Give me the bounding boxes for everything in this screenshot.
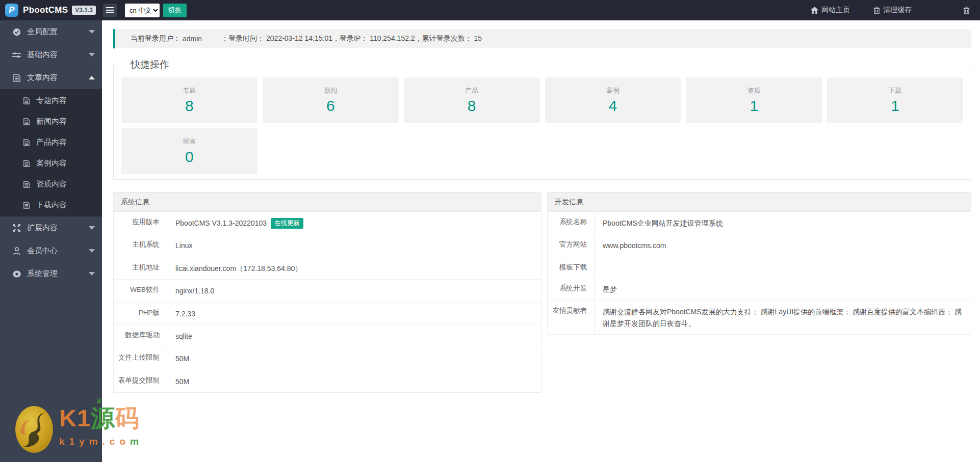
login-info-bar: 当前登录用户： admin ：登录时间： 2022-03-12 14:15:01… bbox=[113, 29, 971, 48]
hamburger-menu-icon[interactable] bbox=[103, 4, 117, 17]
table-row: WEB软件 nginx/1.18.0 bbox=[114, 280, 541, 302]
sidebar-subitem-label: 下载内容 bbox=[36, 200, 67, 210]
trash-icon-button[interactable] bbox=[963, 7, 970, 14]
sidebar-item-label: 会员中心 bbox=[27, 246, 58, 256]
clear-cache-label: 清理缓存 bbox=[883, 6, 912, 15]
table-row: 应用版本 PbootCMS V3.1.3-20220103 在线更新 bbox=[114, 212, 541, 234]
sidebar-subitem-download[interactable]: 下载内容 bbox=[0, 195, 102, 215]
language-select[interactable]: cn 中文 bbox=[125, 4, 160, 17]
card-count: 0 bbox=[121, 148, 257, 166]
version-badge: V3.1.3 bbox=[72, 6, 96, 15]
quick-action-cards: 专题 8 新闻 6 产品 8 案例 4 资质 1 下载 1 bbox=[121, 77, 963, 174]
sidebar-item-extend-content[interactable]: 扩展内容 bbox=[0, 216, 102, 239]
login-details: ：登录时间： 2022-03-12 14:15:01，登录IP： 110.254… bbox=[221, 34, 482, 43]
card-count: 1 bbox=[686, 97, 822, 115]
quick-actions-panel: 快捷操作 专题 8 新闻 6 产品 8 案例 4 资质 1 bbox=[113, 58, 971, 180]
table-row: 模板下载 bbox=[548, 257, 971, 278]
table-row: 官方网站 www.pbootcms.com bbox=[548, 234, 971, 257]
topbar: P PbootCMS V3.1.3 cn 中文 切换 网站主页 清理缓存 bbox=[0, 0, 980, 20]
row-label: WEB软件 bbox=[114, 280, 167, 302]
watermark-domain: k1ym.com bbox=[59, 436, 143, 447]
sidebar-item-article-content[interactable]: 文章内容 bbox=[0, 66, 102, 89]
file-text-icon bbox=[22, 139, 30, 146]
table-row: 友情贡献者 感谢交流群各网友对PbootCMS发展的大力支持； 感谢LayUI提… bbox=[548, 301, 971, 334]
sidebar-subitem-topic[interactable]: 专题内容 bbox=[0, 90, 102, 111]
sidebar-subitem-certificate[interactable]: 资质内容 bbox=[0, 174, 102, 195]
sidebar-subitem-product[interactable]: 产品内容 bbox=[0, 132, 102, 153]
language-switch-button[interactable]: 切换 bbox=[163, 4, 187, 17]
sidebar-subitem-news[interactable]: 新闻内容 bbox=[0, 111, 102, 132]
k1ym-logo-icon bbox=[14, 405, 54, 454]
sidebar-item-system-manage[interactable]: 系统管理 bbox=[0, 262, 102, 285]
table-row: 表单提交限制 50M bbox=[114, 370, 541, 392]
sidebar-item-label: 文章内容 bbox=[27, 73, 58, 83]
sliders-icon bbox=[12, 51, 21, 59]
chevron-down-icon bbox=[89, 272, 95, 276]
dev-info-table: 开发信息 系统名称 PbootCMS企业网站开发建设管理系统 官方网站 www.… bbox=[547, 192, 971, 335]
table-row: 主机地址 licai.xiandouer.com（172.18.53.64:80… bbox=[114, 257, 541, 280]
watermark-title: K1源码 bbox=[59, 405, 143, 431]
row-label: 表单提交限制 bbox=[114, 370, 167, 392]
article-content-submenu: 专题内容 新闻内容 产品内容 案例内容 资质内容 bbox=[0, 89, 102, 216]
online-update-button[interactable]: 在线更新 bbox=[271, 218, 303, 229]
row-value bbox=[595, 257, 971, 278]
table-row: 数据库驱动 sqlite bbox=[114, 325, 541, 347]
file-text-icon bbox=[12, 74, 21, 82]
row-value: 50M bbox=[167, 347, 541, 369]
card-news[interactable]: 新闻 6 bbox=[263, 77, 399, 123]
row-value: www.pbootcms.com bbox=[595, 234, 971, 256]
row-label: 友情贡献者 bbox=[548, 301, 595, 334]
sidebar-item-label: 基础内容 bbox=[27, 50, 58, 60]
card-product[interactable]: 产品 8 bbox=[404, 77, 540, 123]
row-label: 主机系统 bbox=[114, 234, 167, 256]
table-row: 系统开发 星梦 bbox=[548, 278, 971, 301]
card-download[interactable]: 下载 1 bbox=[827, 77, 963, 123]
table-row: 主机系统 Linux bbox=[114, 234, 541, 257]
row-value: sqlite bbox=[167, 325, 541, 347]
sidebar: 全局配置 基础内容 文章内容 专题内容 bbox=[0, 20, 102, 462]
chevron-up-icon bbox=[89, 76, 95, 79]
card-certificate[interactable]: 资质 1 bbox=[686, 77, 822, 123]
site-home-label: 网站主页 bbox=[821, 6, 850, 15]
pbootcms-logo-icon: P bbox=[5, 4, 18, 17]
chevron-down-icon bbox=[89, 249, 95, 253]
clear-cache-link[interactable]: 清理缓存 bbox=[873, 6, 912, 15]
table-row: 系统名称 PbootCMS企业网站开发建设管理系统 bbox=[548, 212, 971, 234]
sidebar-item-label: 全局配置 bbox=[27, 27, 58, 37]
system-info-table: 系统信息 应用版本 PbootCMS V3.1.3-20220103 在线更新 … bbox=[113, 192, 541, 393]
row-label: 主机地址 bbox=[114, 257, 167, 279]
info-tables: 系统信息 应用版本 PbootCMS V3.1.3-20220103 在线更新 … bbox=[113, 192, 971, 393]
card-label: 产品 bbox=[404, 86, 540, 95]
card-topic[interactable]: 专题 8 bbox=[121, 77, 257, 123]
chevron-down-icon bbox=[89, 226, 95, 230]
sidebar-item-member-center[interactable]: 会员中心 bbox=[0, 239, 102, 262]
card-label: 资质 bbox=[686, 86, 822, 95]
main-content: 当前登录用户： admin ：登录时间： 2022-03-12 14:15:01… bbox=[102, 20, 980, 462]
card-label: 留言 bbox=[121, 137, 257, 146]
chevron-down-icon bbox=[89, 53, 95, 57]
row-value: PbootCMS V3.1.3-20220103 在线更新 bbox=[167, 212, 541, 234]
row-label: 应用版本 bbox=[114, 212, 167, 234]
card-label: 案例 bbox=[545, 86, 681, 95]
card-message[interactable]: 留言 0 bbox=[121, 128, 257, 174]
row-value: licai.xiandouer.com（172.18.53.64:80） bbox=[167, 257, 541, 279]
site-home-link[interactable]: 网站主页 bbox=[811, 6, 850, 15]
chevron-down-icon bbox=[89, 30, 95, 34]
card-label: 专题 bbox=[121, 86, 257, 95]
sidebar-subitem-label: 专题内容 bbox=[36, 96, 67, 105]
card-case[interactable]: 案例 4 bbox=[545, 77, 681, 123]
sidebar-subitem-case[interactable]: 案例内容 bbox=[0, 153, 102, 174]
sidebar-item-global-config[interactable]: 全局配置 bbox=[0, 20, 102, 43]
row-label: 数据库驱动 bbox=[114, 325, 167, 347]
watermark-k1: K1 bbox=[59, 404, 91, 431]
sidebar-subitem-label: 新闻内容 bbox=[36, 117, 67, 126]
row-label: PHP版 bbox=[114, 303, 167, 324]
sidebar-item-label: 系统管理 bbox=[27, 269, 58, 279]
globe-icon bbox=[12, 28, 21, 36]
sidebar-item-basic-content[interactable]: 基础内容 bbox=[0, 43, 102, 66]
card-count: 4 bbox=[545, 97, 681, 115]
sidebar-subitem-label: 资质内容 bbox=[36, 179, 67, 189]
quick-actions-title: 快捷操作 bbox=[125, 58, 174, 71]
watermark-ma: 码 bbox=[115, 404, 140, 431]
card-count: 8 bbox=[404, 97, 540, 115]
